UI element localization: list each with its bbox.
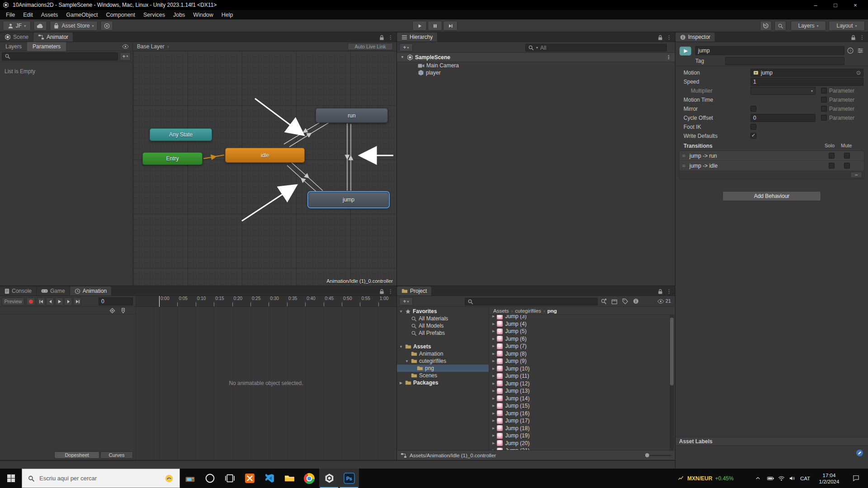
project-tree-item-all-materials[interactable]: All Materials (397, 315, 489, 322)
expand-arrow[interactable]: ▶ (492, 412, 495, 415)
state-node-jump[interactable]: jump (308, 192, 389, 207)
language-indicator[interactable]: CAT (798, 469, 812, 488)
column-divider[interactable] (136, 296, 136, 460)
state-node-run[interactable]: run (316, 108, 388, 123)
menu-services[interactable]: Services (139, 10, 169, 19)
account-button[interactable]: JF▾ (3, 21, 31, 31)
network-indicator[interactable] (776, 469, 787, 488)
taskbar-task-view-button[interactable] (220, 469, 240, 488)
label-icon[interactable] (622, 298, 628, 305)
preset-icon[interactable] (857, 47, 863, 54)
asset-labels-header[interactable]: Asset Labels (675, 437, 868, 446)
expand-arrow[interactable]: ▶ (492, 359, 495, 363)
playhead[interactable] (159, 296, 160, 307)
asset-item-jump-10[interactable]: ▶Jump (10) (490, 365, 661, 372)
create-object-button[interactable]: +▾ (399, 43, 413, 52)
cycle-offset-parameter-checkbox[interactable] (821, 115, 827, 121)
tab-project[interactable]: Project (397, 286, 432, 296)
tab-scene[interactable]: Scene (0, 33, 33, 42)
undo-history-button[interactable] (760, 21, 772, 31)
multiplier-parameter-checkbox[interactable] (821, 88, 827, 94)
expand-arrow[interactable]: ▶ (492, 337, 495, 341)
battery-indicator[interactable] (765, 469, 776, 488)
expand-arrow[interactable]: ▶ (492, 352, 495, 356)
play-button[interactable] (412, 21, 427, 31)
transition-jump-idle[interactable]: =jump -> idle (679, 161, 864, 171)
eye-icon[interactable] (122, 44, 132, 49)
asset-item-jump-17[interactable]: ▶Jump (17) (490, 417, 661, 424)
asset-item-jump-19[interactable]: ▶Jump (19) (490, 432, 661, 439)
lock-icon[interactable] (658, 289, 663, 295)
frame-field[interactable]: 0 (99, 297, 133, 305)
stock-widget[interactable]: MXN/EUR +0.45% (676, 469, 735, 488)
global-search-button[interactable] (774, 21, 786, 31)
panel-menu-icon[interactable]: ⋮ (859, 34, 865, 41)
state-machine-graph[interactable]: runAny StateidleEntryjump Animation/Idle… (133, 51, 396, 286)
expand-arrow[interactable]: ▶ (492, 404, 495, 408)
project-tree-item-cutegirlfiles[interactable]: ▼cutegirlfiles (397, 357, 489, 365)
expand-arrow[interactable]: ▶ (492, 389, 495, 393)
motion-field[interactable]: jump ⊙ (750, 69, 863, 77)
state-node-idle[interactable]: idle (225, 148, 305, 163)
volume-indicator[interactable] (787, 469, 797, 488)
asset-item-jump-16[interactable]: ▶Jump (16) (490, 410, 661, 417)
solo-checkbox[interactable] (829, 163, 835, 169)
asset-item-jump-14[interactable]: ▶Jump (14) (490, 395, 661, 402)
expand-arrow[interactable]: ▶ (492, 441, 495, 445)
first-key-button[interactable] (37, 297, 45, 305)
pause-button[interactable] (428, 21, 442, 31)
foldout-arrow[interactable]: ▶ (399, 381, 403, 385)
mirror-parameter-checkbox[interactable] (821, 106, 827, 112)
hidden-count-eye-icon[interactable] (657, 299, 664, 304)
auto-live-link-button[interactable]: Auto Live Link (348, 43, 393, 50)
taskbar-unity-app-button[interactable] (319, 469, 339, 488)
scrollbar-thumb[interactable] (670, 318, 674, 385)
project-tree-item-scenes[interactable]: Scenes (397, 372, 489, 379)
record-button[interactable] (26, 297, 35, 305)
taskbar-vscode-button[interactable] (259, 469, 279, 488)
mute-checkbox[interactable] (844, 153, 850, 159)
breadcrumb-png[interactable]: png (547, 308, 557, 314)
menu-jobs[interactable]: Jobs (169, 10, 189, 19)
write-defaults-checkbox[interactable] (750, 133, 756, 139)
taskbar-chrome-button[interactable] (299, 469, 319, 488)
tab-animator[interactable]: Animator (33, 33, 73, 42)
expand-arrow[interactable]: ▶ (492, 367, 495, 371)
speed-field[interactable]: 1 (750, 78, 863, 86)
maximize-button[interactable]: □ (826, 0, 845, 10)
add-parameter-button[interactable]: +▾ (120, 52, 131, 61)
lock-icon[interactable] (658, 35, 663, 41)
lock-icon[interactable] (379, 289, 384, 295)
target-button[interactable] (100, 21, 113, 31)
asset-item-jump-6[interactable]: ▶Jump (6) (490, 335, 661, 343)
last-key-button[interactable] (73, 297, 81, 305)
asset-item-jump-3[interactable]: ▶Jump (3) (490, 315, 661, 320)
expand-arrow[interactable]: ▶ (492, 434, 495, 437)
remove-transition-button[interactable]: − (850, 172, 862, 178)
package-icon[interactable] (611, 298, 618, 305)
cloud-button[interactable] (33, 21, 47, 31)
add-keyframe-icon[interactable] (109, 308, 115, 314)
tab-hierarchy[interactable]: Hierarchy (397, 33, 438, 42)
transition-jump-run[interactable]: =jump -> run (679, 151, 864, 161)
start-button[interactable] (0, 469, 22, 488)
asset-store-button[interactable]: Asset Store▾ (50, 21, 98, 31)
foldout-arrow[interactable]: ▼ (400, 55, 405, 59)
menu-gameobject[interactable]: GameObject (62, 10, 102, 19)
taskbar-orange-app-button[interactable] (240, 469, 259, 488)
foldout-arrow[interactable]: ▼ (399, 310, 403, 314)
hierarchy-item-samplescene[interactable]: ▼SampleScene⋮ (397, 53, 675, 62)
tab-console[interactable]: Console (0, 286, 37, 296)
minimize-button[interactable]: – (806, 0, 826, 10)
thumbnail-size-slider[interactable] (644, 453, 671, 458)
asset-item-jump-13[interactable]: ▶Jump (13) (490, 387, 661, 394)
asset-item-jump-7[interactable]: ▶Jump (7) (490, 343, 661, 350)
layers-dropdown[interactable]: Layers▾ (791, 21, 826, 31)
expand-arrow[interactable]: ▶ (492, 427, 495, 430)
info-icon[interactable] (633, 298, 639, 304)
solo-checkbox[interactable] (829, 153, 835, 159)
project-tree-item-favorites[interactable]: ▼Favorites (397, 308, 489, 315)
menu-assets[interactable]: Assets (37, 10, 62, 19)
expand-arrow[interactable]: ▶ (492, 374, 495, 378)
tray-expand-button[interactable] (752, 469, 763, 488)
